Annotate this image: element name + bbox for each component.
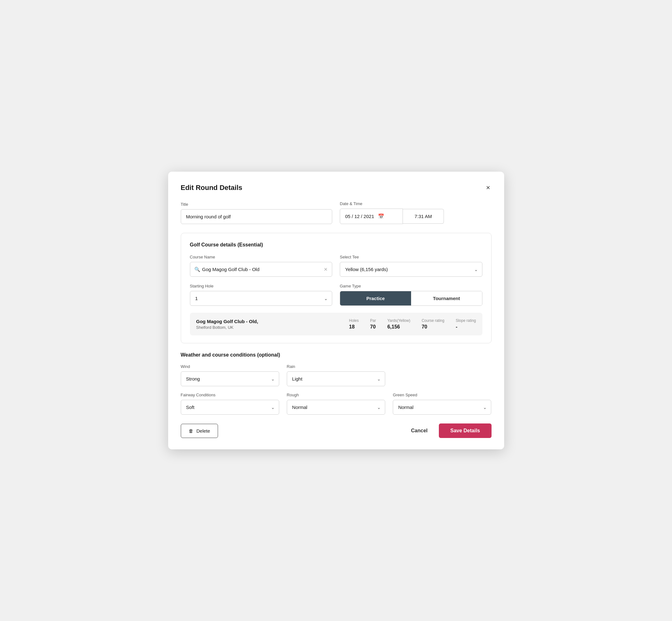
course-name-field: Course Name 🔍 ✕	[190, 255, 333, 277]
course-rating-label: Course rating	[421, 318, 444, 323]
select-tee-field: Select Tee Yellow (6,156 yards) Red Whit…	[340, 255, 482, 277]
holes-label: Holes	[349, 318, 359, 323]
course-name-label: Course Name	[190, 255, 333, 259]
rough-field: Rough Light Normal Heavy ⌄	[287, 392, 385, 415]
green-speed-dropdown[interactable]: Slow Normal Fast	[393, 400, 491, 415]
datetime-field-group: Date & Time 05 / 12 / 2021 📅 7:31 AM	[340, 201, 492, 224]
golf-course-section: Golf Course details (Essential) Course N…	[181, 233, 492, 343]
rough-wrapper: Light Normal Heavy ⌄	[287, 400, 385, 415]
date-input-group: 05 / 12 / 2021 📅 7:31 AM	[340, 209, 492, 224]
course-tee-row: Course Name 🔍 ✕ Select Tee Yellow (6,156…	[190, 255, 482, 277]
yards-value: 6,156	[387, 324, 400, 330]
rain-field: Rain None Light Moderate Heavy ⌄	[287, 364, 385, 386]
game-type-toggle: Practice Tournament	[340, 291, 482, 306]
rain-dropdown[interactable]: None Light Moderate Heavy	[287, 371, 385, 386]
datetime-label: Date & Time	[340, 201, 492, 206]
golf-course-title: Golf Course details (Essential)	[190, 242, 482, 248]
holes-value: 18	[349, 324, 354, 330]
delete-button[interactable]: 🗑 Delete	[181, 424, 218, 438]
green-speed-wrapper: Slow Normal Fast ⌄	[393, 400, 491, 415]
close-button[interactable]: ×	[485, 183, 492, 193]
stat-slope-rating: Slope rating -	[456, 318, 476, 330]
fairway-dropdown[interactable]: Soft Normal Hard	[181, 400, 279, 415]
wind-wrapper: None Light Moderate Strong ⌄	[181, 371, 279, 386]
fairway-wrapper: Soft Normal Hard ⌄	[181, 400, 279, 415]
save-button[interactable]: Save Details	[439, 423, 491, 438]
date-box[interactable]: 05 / 12 / 2021 📅	[340, 209, 403, 224]
par-label: Par	[370, 318, 376, 323]
wind-label: Wind	[181, 364, 279, 369]
tournament-button[interactable]: Tournament	[411, 291, 482, 305]
green-speed-label: Green Speed	[393, 392, 491, 397]
slope-rating-label: Slope rating	[456, 318, 476, 323]
modal-header: Edit Round Details ×	[181, 183, 492, 193]
wind-dropdown[interactable]: None Light Moderate Strong	[181, 371, 279, 386]
rain-wrapper: None Light Moderate Heavy ⌄	[287, 371, 385, 386]
yards-label: Yards(Yellow)	[387, 318, 411, 323]
rough-dropdown[interactable]: Light Normal Heavy	[287, 400, 385, 415]
cancel-button[interactable]: Cancel	[406, 424, 432, 438]
course-name-display: Gog Magog Golf Club - Old,	[196, 319, 349, 324]
title-label: Title	[181, 202, 333, 207]
course-name-input[interactable]	[190, 262, 333, 277]
select-tee-dropdown[interactable]: Yellow (6,156 yards) Red White	[340, 262, 482, 277]
starting-hole-field: Starting Hole 1 10 ⌄	[190, 284, 333, 306]
course-search-wrapper: 🔍 ✕	[190, 262, 333, 277]
title-field-group: Title	[181, 202, 333, 224]
date-value: 05 / 12 / 2021	[345, 214, 374, 219]
course-stats: Holes 18 Par 70 Yards(Yellow) 6,156 Cour…	[349, 318, 476, 330]
delete-label: Delete	[197, 428, 210, 433]
footer-row: 🗑 Delete Cancel Save Details	[181, 423, 492, 438]
title-input[interactable]	[181, 209, 333, 224]
top-row: Title Date & Time 05 / 12 / 2021 📅 7:31 …	[181, 201, 492, 224]
weather-section: Weather and course conditions (optional)…	[181, 352, 492, 415]
stat-holes: Holes 18	[349, 318, 359, 330]
edit-round-modal: Edit Round Details × Title Date & Time 0…	[168, 172, 504, 449]
weather-title: Weather and course conditions (optional)	[181, 352, 492, 358]
wind-rain-row: Wind None Light Moderate Strong ⌄ Rain N…	[181, 364, 492, 386]
rain-label: Rain	[287, 364, 385, 369]
course-location: Shelford Bottom, UK	[196, 325, 349, 330]
select-tee-label: Select Tee	[340, 255, 482, 259]
course-info-name: Gog Magog Golf Club - Old, Shelford Bott…	[196, 319, 349, 330]
weather-spacer	[393, 364, 491, 386]
clear-icon[interactable]: ✕	[324, 266, 328, 272]
green-speed-field: Green Speed Slow Normal Fast ⌄	[393, 392, 491, 415]
starting-hole-dropdown[interactable]: 1 10	[190, 291, 333, 306]
stat-yards: Yards(Yellow) 6,156	[387, 318, 411, 330]
game-type-field: Game Type Practice Tournament	[340, 284, 482, 306]
fairway-rough-green-row: Fairway Conditions Soft Normal Hard ⌄ Ro…	[181, 392, 492, 415]
starting-hole-wrapper: 1 10 ⌄	[190, 291, 333, 306]
slope-rating-value: -	[456, 324, 457, 330]
footer-right: Cancel Save Details	[406, 423, 492, 438]
calendar-icon: 📅	[378, 213, 384, 219]
course-info-bar: Gog Magog Golf Club - Old, Shelford Bott…	[190, 313, 482, 335]
trash-icon: 🗑	[189, 428, 194, 433]
course-rating-value: 70	[421, 324, 427, 330]
rough-label: Rough	[287, 392, 385, 397]
starting-hole-label: Starting Hole	[190, 284, 333, 288]
stat-course-rating: Course rating 70	[421, 318, 444, 330]
fairway-field: Fairway Conditions Soft Normal Hard ⌄	[181, 392, 279, 415]
search-icon: 🔍	[194, 266, 200, 272]
hole-gametype-row: Starting Hole 1 10 ⌄ Game Type Practice …	[190, 284, 482, 306]
fairway-label: Fairway Conditions	[181, 392, 279, 397]
modal-title: Edit Round Details	[181, 184, 243, 192]
game-type-label: Game Type	[340, 284, 482, 288]
practice-button[interactable]: Practice	[340, 291, 411, 305]
stat-par: Par 70	[370, 318, 376, 330]
wind-field: Wind None Light Moderate Strong ⌄	[181, 364, 279, 386]
select-tee-wrapper: Yellow (6,156 yards) Red White ⌄	[340, 262, 482, 277]
time-box[interactable]: 7:31 AM	[403, 209, 444, 224]
time-value: 7:31 AM	[415, 214, 432, 219]
par-value: 70	[370, 324, 376, 330]
